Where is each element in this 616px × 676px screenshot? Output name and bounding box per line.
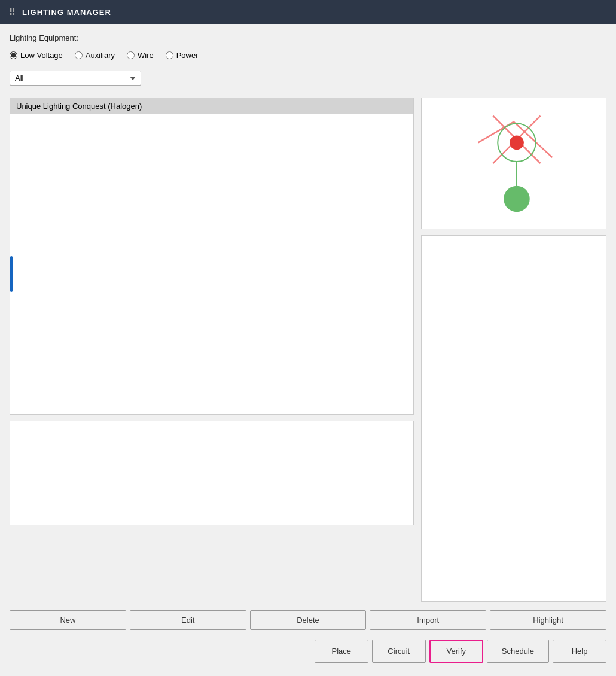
list-item[interactable]: Unique Lighting Conquest (Halogen) bbox=[10, 98, 413, 114]
title-bar: ⠿ LIGHTING MANAGER bbox=[0, 0, 616, 24]
radio-wire-label: Wire bbox=[138, 51, 154, 60]
radio-low-voltage[interactable]: Low Voltage bbox=[10, 51, 63, 60]
svg-point-7 bbox=[504, 186, 530, 212]
highlight-button[interactable]: Highlight bbox=[490, 610, 606, 630]
equipment-type-dropdown[interactable]: All Low Voltage Auxiliary Wire Power bbox=[10, 71, 141, 86]
action-buttons-row: New Edit Delete Import Highlight bbox=[10, 610, 606, 630]
preview-box bbox=[421, 98, 606, 229]
info-box bbox=[421, 235, 606, 602]
verify-button[interactable]: Verify bbox=[429, 640, 483, 663]
bottom-buttons-row: Place Circuit Verify Schedule Help bbox=[10, 636, 606, 666]
right-panel bbox=[421, 98, 606, 602]
circuit-button[interactable]: Circuit bbox=[372, 640, 426, 663]
import-button[interactable]: Import bbox=[370, 610, 486, 630]
radio-power-label: Power bbox=[176, 51, 199, 60]
radio-group: Low Voltage Auxiliary Wire Power bbox=[10, 51, 606, 60]
dropdown-row: All Low Voltage Auxiliary Wire Power bbox=[10, 71, 606, 86]
lighting-equipment-label: Lighting Equipment: bbox=[10, 34, 606, 42]
radio-auxiliary-label: Auxiliary bbox=[86, 51, 115, 60]
schedule-button[interactable]: Schedule bbox=[487, 640, 549, 663]
drag-icon: ⠿ bbox=[8, 7, 16, 18]
help-button[interactable]: Help bbox=[553, 640, 606, 663]
radio-auxiliary[interactable]: Auxiliary bbox=[75, 51, 115, 60]
main-panel: Lighting Equipment: Low Voltage Auxiliar… bbox=[0, 24, 616, 676]
app-title: LIGHTING MANAGER bbox=[22, 8, 111, 17]
list-panel: Unique Lighting Conquest (Halogen) bbox=[10, 98, 414, 602]
place-button[interactable]: Place bbox=[315, 640, 368, 663]
edit-button[interactable]: Edit bbox=[130, 610, 246, 630]
scrollbar-indicator bbox=[10, 256, 13, 292]
delete-button[interactable]: Delete bbox=[250, 610, 367, 630]
new-button[interactable]: New bbox=[10, 610, 126, 630]
lower-panel[interactable] bbox=[10, 421, 414, 525]
svg-point-5 bbox=[510, 135, 524, 150]
preview-svg bbox=[422, 98, 606, 229]
radio-wire[interactable]: Wire bbox=[127, 51, 154, 60]
radio-low-voltage-label: Low Voltage bbox=[20, 51, 63, 60]
equipment-list[interactable]: Unique Lighting Conquest (Halogen) bbox=[10, 98, 414, 415]
content-row: Unique Lighting Conquest (Halogen) bbox=[10, 98, 606, 602]
radio-power[interactable]: Power bbox=[166, 51, 199, 60]
